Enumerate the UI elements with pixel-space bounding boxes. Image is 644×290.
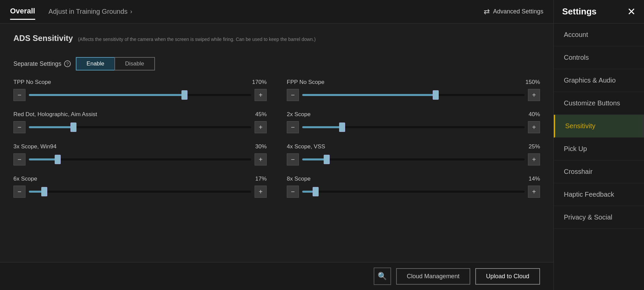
sidebar-item-graphics-audio[interactable]: Graphics & Audio [554,69,644,92]
slider-value: 40% [529,111,540,118]
sidebar-item-sensitivity[interactable]: Sensitivity [554,115,644,138]
slider-header: Red Dot, Holographic, Aim Assist 45% [13,111,267,118]
slider-decrease-button[interactable]: − [13,153,25,165]
slider-track[interactable] [29,158,251,160]
slider-label: TPP No Scope [13,79,51,86]
separate-settings-text: Separate Settings [13,60,61,67]
tab-overall[interactable]: Overall [10,3,35,20]
slider-decrease-button[interactable]: − [287,186,299,198]
separate-settings-row: Separate Settings ? Enable Disable [13,57,540,70]
enable-button[interactable]: Enable [76,57,114,70]
slider-item: 6x Scope 17% − + [13,176,267,198]
slider-thumb[interactable] [55,155,61,164]
chevron-right-icon: › [130,8,132,15]
slider-increase-button[interactable]: + [528,153,540,165]
section-title-row: ADS Sensitivity (Affects the sensitivity… [13,34,540,50]
slider-control: − + [13,186,267,198]
slider-track[interactable] [29,126,251,128]
slider-increase-button[interactable]: + [255,121,267,133]
slider-fill [29,158,58,160]
sidebar-item-pick-up[interactable]: Pick Up [554,138,644,160]
toggle-group: Enable Disable [76,57,155,70]
slider-header: TPP No Scope 170% [13,79,267,86]
slider-value: 30% [255,143,267,150]
slider-track[interactable] [302,191,525,193]
slider-decrease-button[interactable]: − [287,121,299,133]
slider-increase-button[interactable]: + [255,153,267,165]
slider-track[interactable] [302,158,525,160]
slider-increase-button[interactable]: + [255,186,267,198]
search-button[interactable]: 🔍 [374,268,391,285]
slider-track[interactable] [29,191,251,193]
settings-header: Settings ✕ [554,0,644,23]
slider-control: − + [287,89,540,101]
disable-button[interactable]: Disable [114,57,155,70]
slider-increase-button[interactable]: + [528,121,540,133]
slider-decrease-button[interactable]: − [287,89,299,101]
sidebar-item-account[interactable]: Account [554,23,644,46]
advanced-settings-button[interactable]: ⇄ Advanced Settings [484,7,543,16]
slider-value: 17% [255,176,267,182]
sidebar-item-privacy-social[interactable]: Privacy & Social [554,206,644,229]
slider-control: − + [287,186,540,198]
slider-header: FPP No Scope 150% [287,79,540,86]
slider-label: 2x Scope [287,111,311,118]
slider-value: 170% [252,79,267,86]
sidebar-item-crosshair[interactable]: Crosshair [554,160,644,183]
slider-thumb[interactable] [313,187,319,196]
slider-track[interactable] [29,94,251,96]
slider-increase-button[interactable]: + [528,186,540,198]
slider-thumb[interactable] [433,90,439,100]
search-icon: 🔍 [378,272,387,281]
settings-title: Settings [562,6,597,17]
advanced-settings-label: Advanced Settings [493,8,543,15]
slider-decrease-button[interactable]: − [287,153,299,165]
sidebar-item-controls[interactable]: Controls [554,46,644,69]
slider-fill [29,126,73,128]
slider-track[interactable] [302,126,525,128]
slider-thumb[interactable] [41,187,47,196]
tab-training[interactable]: Adjust in Training Grounds › [49,8,132,15]
separate-settings-label: Separate Settings ? [13,60,71,67]
slider-header: 2x Scope 40% [287,111,540,118]
slider-thumb[interactable] [339,123,345,132]
slider-fill [302,94,436,96]
close-button[interactable]: ✕ [627,7,636,17]
sidebar-item-haptic-feedback[interactable]: Haptic Feedback [554,183,644,206]
section-title: ADS Sensitivity [13,34,73,43]
slider-decrease-button[interactable]: − [13,121,25,133]
slider-value: 25% [529,143,540,150]
training-label: Adjust in Training Grounds [49,8,128,15]
slider-track[interactable] [302,94,525,96]
top-nav: Overall Adjust in Training Grounds › ⇄ A… [0,0,553,23]
slider-value: 150% [526,79,540,86]
slider-control: − + [13,121,267,133]
slider-header: 4x Scope, VSS 25% [287,143,540,150]
slider-item: 4x Scope, VSS 25% − + [287,143,540,165]
cloud-management-button[interactable]: Cloud Management [396,268,470,285]
slider-label: 6x Scope [13,176,37,182]
slider-item: 8x Scope 14% − + [287,176,540,198]
slider-value: 45% [255,111,267,118]
slider-decrease-button[interactable]: − [13,186,25,198]
slider-header: 8x Scope 14% [287,176,540,182]
sidebar-item-customize-buttons[interactable]: Customize Buttons [554,92,644,115]
slider-item: FPP No Scope 150% − + [287,79,540,101]
slider-label: 4x Scope, VSS [287,143,325,150]
section-description: (Affects the sensitivity of the camera w… [78,37,316,42]
info-icon[interactable]: ? [64,60,71,67]
slider-thumb[interactable] [70,123,76,132]
slider-fill [302,158,327,160]
slider-decrease-button[interactable]: − [13,89,25,101]
slider-item: 2x Scope 40% − + [287,111,540,133]
slider-label: FPP No Scope [287,79,324,86]
slider-thumb[interactable] [324,155,330,164]
slider-increase-button[interactable]: + [255,89,267,101]
slider-control: − + [287,121,540,133]
upload-to-cloud-button[interactable]: Upload to Cloud [475,268,540,285]
settings-sidebar: Settings ✕ AccountControlsGraphics & Aud… [553,0,644,290]
sidebar-nav: AccountControlsGraphics & AudioCustomize… [554,23,644,290]
slider-thumb[interactable] [181,90,187,100]
slider-increase-button[interactable]: + [528,89,540,101]
slider-control: − + [287,153,540,165]
